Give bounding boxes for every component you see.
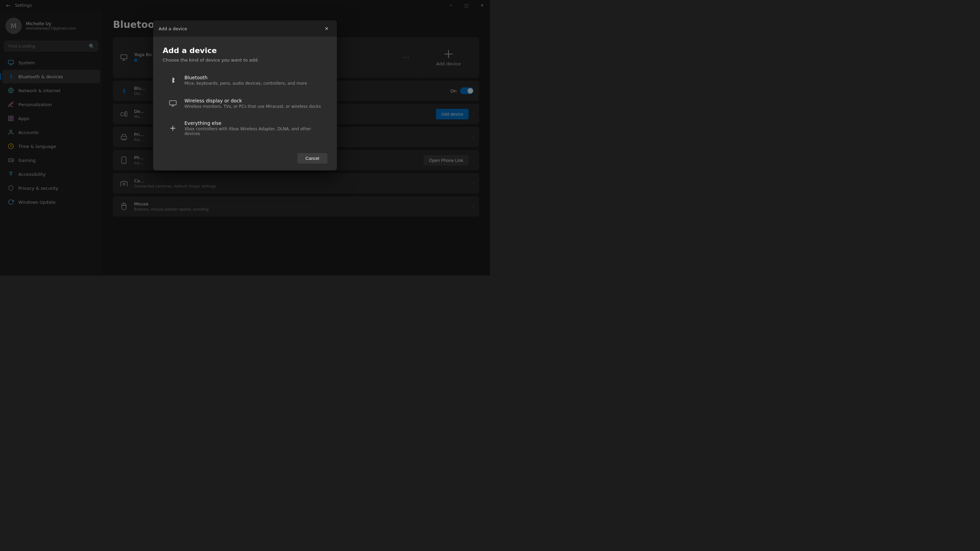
device-option-bluetooth-title: Bluetooth — [185, 75, 323, 80]
device-option-bluetooth-text: Bluetooth Mice, keyboards, pens, audio d… — [185, 75, 323, 86]
modal-heading: Add a device — [163, 46, 327, 55]
device-option-else-desc: Xbox controllers with Xbox Wireless Adap… — [185, 127, 323, 136]
device-option-bluetooth[interactable]: Bluetooth Mice, keyboards, pens, audio d… — [163, 69, 327, 91]
add-device-modal: Add a device ✕ Add a device Choose the k… — [153, 21, 337, 170]
modal-close-button[interactable]: ✕ — [322, 24, 331, 33]
device-option-else-icon — [167, 122, 179, 134]
modal-body: Add a device Choose the kind of device y… — [153, 37, 337, 149]
device-option-wireless-display[interactable]: Wireless display or dock Wireless monito… — [163, 92, 327, 114]
device-option-else-text: Everything else Xbox controllers with Xb… — [185, 121, 323, 136]
device-option-everything-else[interactable]: Everything else Xbox controllers with Xb… — [163, 116, 327, 141]
cancel-button[interactable]: Cancel — [298, 153, 327, 164]
modal-titlebar: Add a device ✕ — [153, 21, 337, 37]
device-option-bluetooth-icon — [167, 74, 179, 86]
device-option-wireless-desc: Wireless monitors, TVs, or PCs that use … — [185, 104, 323, 109]
modal-overlay[interactable]: Add a device ✕ Add a device Choose the k… — [0, 0, 490, 275]
modal-footer: Cancel — [153, 149, 337, 170]
device-option-wireless-icon — [167, 97, 179, 110]
device-option-else-title: Everything else — [185, 121, 323, 126]
device-option-wireless-title: Wireless display or dock — [185, 98, 323, 103]
device-option-wireless-text: Wireless display or dock Wireless monito… — [185, 98, 323, 109]
modal-subtext: Choose the kind of device you want to ad… — [163, 57, 327, 63]
device-option-bluetooth-desc: Mice, keyboards, pens, audio devices, co… — [185, 81, 323, 86]
svg-rect-24 — [169, 101, 176, 105]
modal-titlebar-text: Add a device — [159, 26, 187, 31]
